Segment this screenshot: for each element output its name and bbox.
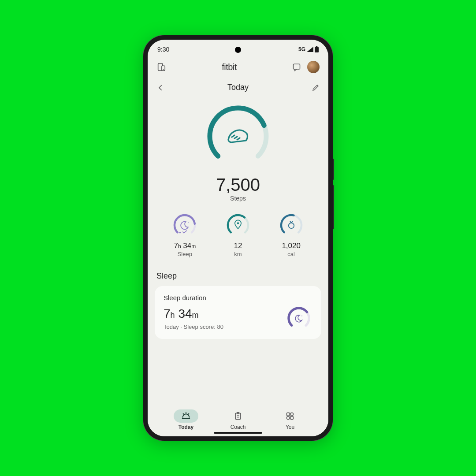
svg-line-24 [188, 414, 189, 415]
main-content[interactable]: 7,500 Steps 7h 34m Sleep [148, 99, 328, 405]
svg-point-6 [203, 101, 273, 171]
svg-point-4 [163, 69, 164, 70]
status-time: 9:30 [157, 46, 169, 53]
distance-label: km [234, 251, 242, 257]
app-title: fitbit [222, 62, 237, 72]
nav-coach-label: Coach [231, 424, 246, 430]
network-label: 5G [298, 46, 305, 52]
status-indicators: 5G [298, 46, 319, 52]
svg-line-23 [183, 414, 184, 415]
svg-rect-1 [316, 46, 318, 47]
svg-point-14 [237, 222, 239, 224]
svg-rect-29 [287, 413, 290, 416]
svg-rect-3 [162, 66, 165, 71]
volume-button[interactable] [333, 159, 334, 180]
svg-rect-32 [290, 416, 294, 420]
home-indicator[interactable] [214, 432, 262, 434]
calories-label: cal [287, 251, 295, 257]
back-button[interactable] [156, 84, 164, 92]
grid-icon [286, 412, 294, 420]
svg-point-7 [203, 101, 273, 171]
calories-value: 1,020 [282, 242, 301, 250]
distance-value: 12 [234, 242, 242, 250]
edit-button[interactable] [312, 84, 320, 92]
nav-you-label: You [286, 424, 294, 430]
phone-frame: 9:30 5G fitbit [143, 35, 333, 441]
power-button[interactable] [333, 185, 334, 229]
steps-ring[interactable] [155, 101, 321, 171]
svg-point-17 [288, 223, 294, 228]
shoe-icon [228, 130, 248, 142]
clipboard-icon [234, 412, 242, 420]
chat-icon[interactable] [292, 63, 301, 71]
svg-point-10 [188, 222, 189, 223]
sleep-card-title: Sleep duration [164, 294, 312, 301]
sleep-label: Sleep [178, 251, 192, 257]
phone-screen: 9:30 5G fitbit [148, 40, 328, 436]
devices-icon[interactable] [156, 62, 166, 72]
svg-point-11 [179, 232, 181, 234]
steps-value: 7,500 [155, 175, 321, 195]
app-header: fitbit [148, 56, 328, 78]
moon-icon [181, 222, 189, 230]
sub-header: Today [148, 78, 328, 99]
battery-icon [315, 46, 319, 52]
mini-stats-row: 7h 34m Sleep 12 km [155, 212, 321, 257]
nav-you[interactable]: You [264, 409, 316, 430]
svg-rect-30 [290, 413, 294, 416]
signal-icon [307, 47, 313, 52]
moon-icon [295, 315, 302, 322]
nav-today[interactable]: Today [160, 409, 212, 430]
sleep-section-title: Sleep [156, 271, 320, 281]
page-title: Today [227, 83, 249, 92]
svg-rect-5 [294, 64, 300, 69]
svg-point-20 [301, 316, 302, 316]
svg-rect-0 [315, 47, 319, 53]
distance-stat[interactable]: 12 km [212, 212, 265, 257]
sleep-card-ring [285, 305, 312, 332]
pin-icon [235, 220, 241, 228]
svg-rect-31 [287, 416, 290, 420]
sleep-duration-card[interactable]: Sleep duration 7h 34m Today · Sleep scor… [155, 286, 321, 339]
sun-icon [181, 411, 191, 421]
calories-stat[interactable]: 1,020 cal [264, 212, 318, 257]
flame-icon [288, 221, 294, 228]
sleep-stat[interactable]: 7h 34m Sleep [158, 212, 212, 257]
avatar[interactable] [307, 61, 320, 73]
nav-coach[interactable]: Coach [212, 409, 264, 430]
sleep-value: 7h 34m [174, 242, 196, 250]
steps-label: Steps [155, 195, 321, 202]
front-camera [235, 47, 241, 53]
nav-today-label: Today [178, 424, 193, 430]
